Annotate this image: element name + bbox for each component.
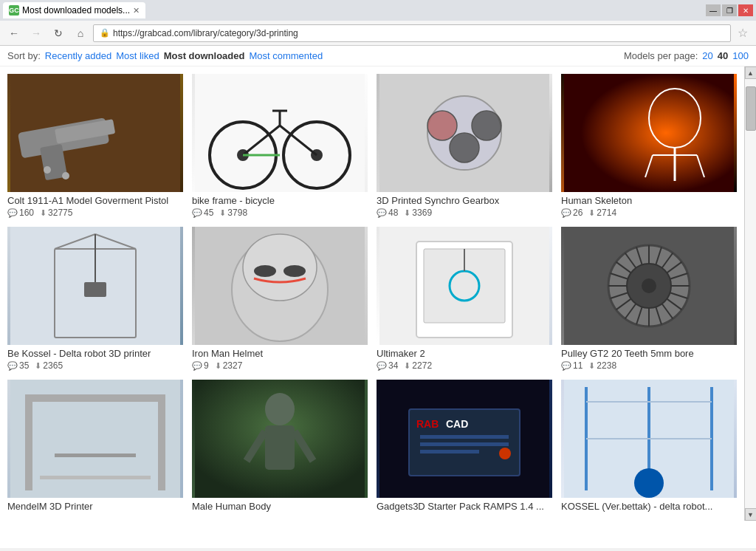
model-card[interactable]: Pulley GT2 20 Teeth 5mm bore💬11⬇2238 bbox=[561, 227, 737, 371]
svg-point-94 bbox=[634, 468, 664, 498]
comment-stat: 💬9 bbox=[192, 360, 209, 371]
download-count: 2365 bbox=[43, 360, 63, 371]
svg-rect-84 bbox=[420, 435, 509, 439]
model-stats: 💬45⬇3798 bbox=[192, 208, 368, 218]
model-title: Colt 1911-A1 Model Goverment Pistol bbox=[7, 195, 183, 206]
reload-button[interactable]: ↻ bbox=[49, 24, 68, 43]
scroll-up-button[interactable]: ▲ bbox=[745, 66, 757, 79]
svg-text:RAB: RAB bbox=[416, 418, 439, 430]
scroll-thumb[interactable] bbox=[746, 86, 756, 131]
download-count: 2714 bbox=[597, 208, 616, 218]
close-button[interactable]: ✕ bbox=[738, 4, 753, 16]
sort-most-liked[interactable]: Most liked bbox=[116, 50, 159, 61]
scroll-track[interactable] bbox=[746, 79, 756, 508]
svg-rect-6 bbox=[195, 74, 365, 192]
url-text: https://grabcad.com/library/category/3d-… bbox=[113, 28, 298, 38]
per-page-40[interactable]: 40 bbox=[718, 50, 728, 61]
back-button[interactable]: ← bbox=[4, 24, 24, 43]
browser-tab[interactable]: GC Most downloaded models... ✕ bbox=[3, 2, 145, 18]
model-title: Ultimaker 2 bbox=[377, 348, 552, 359]
model-title: Gadgets3D Starter Pack RAMPS 1.4 ... bbox=[377, 501, 552, 512]
model-card[interactable]: Male Human Body bbox=[192, 380, 368, 513]
model-title: bike frame - bicycle bbox=[192, 195, 368, 206]
model-image bbox=[192, 227, 368, 345]
model-card[interactable]: bike frame - bicycle💬45⬇3798 bbox=[192, 74, 368, 218]
svg-rect-70 bbox=[158, 394, 165, 490]
model-image bbox=[561, 227, 737, 345]
model-card[interactable]: Ultimaker 2💬34⬇2272 bbox=[377, 227, 552, 371]
comment-count: 9 bbox=[204, 360, 209, 371]
download-count: 3798 bbox=[227, 208, 247, 218]
per-page-label: Models per page: bbox=[624, 50, 698, 61]
svg-point-19 bbox=[472, 111, 501, 140]
svg-rect-73 bbox=[40, 476, 151, 479]
comment-stat: 💬11 bbox=[561, 360, 583, 371]
main-content: Colt 1911-A1 Model Goverment Pistol💬160⬇… bbox=[0, 66, 744, 521]
comment-icon: 💬 bbox=[377, 361, 387, 371]
download-count: 3369 bbox=[412, 208, 432, 218]
sort-most-downloaded[interactable]: Most downloaded bbox=[164, 50, 245, 61]
tab-favicon: GC bbox=[9, 5, 19, 16]
security-icon: 🔒 bbox=[100, 28, 110, 38]
home-button[interactable]: ⌂ bbox=[71, 24, 90, 43]
forward-button[interactable]: → bbox=[27, 24, 46, 43]
address-bar[interactable]: 🔒 https://grabcad.com/library/category/3… bbox=[93, 24, 731, 42]
svg-point-36 bbox=[243, 234, 317, 301]
model-image bbox=[192, 380, 368, 498]
comment-count: 48 bbox=[388, 208, 398, 218]
model-image bbox=[192, 74, 368, 192]
download-count: 32775 bbox=[48, 208, 72, 218]
svg-rect-77 bbox=[265, 425, 295, 470]
model-title: MendelM 3D Printer bbox=[7, 501, 183, 512]
download-count: 2272 bbox=[412, 360, 432, 371]
sort-bar: Sort by: Recently added Most liked Most … bbox=[0, 46, 756, 66]
svg-rect-86 bbox=[420, 450, 479, 454]
comment-icon: 💬 bbox=[7, 208, 18, 218]
maximize-button[interactable]: ❐ bbox=[722, 4, 737, 16]
tab-close-button[interactable]: ✕ bbox=[133, 6, 140, 16]
model-title: Male Human Body bbox=[192, 501, 368, 512]
per-page-100[interactable]: 100 bbox=[732, 50, 749, 61]
comment-count: 35 bbox=[19, 360, 29, 371]
model-card[interactable]: Colt 1911-A1 Model Goverment Pistol💬160⬇… bbox=[7, 74, 183, 218]
comment-count: 11 bbox=[573, 360, 583, 371]
model-image bbox=[7, 380, 183, 498]
sort-most-commented[interactable]: Most commented bbox=[249, 50, 323, 61]
comment-icon: 💬 bbox=[561, 361, 571, 371]
comment-stat: 💬34 bbox=[377, 360, 398, 371]
sort-recently-added[interactable]: Recently added bbox=[45, 50, 111, 61]
model-image bbox=[377, 227, 552, 345]
svg-rect-71 bbox=[25, 394, 165, 402]
svg-rect-22 bbox=[564, 74, 734, 192]
scrollbar[interactable]: ▲ ▼ bbox=[744, 66, 756, 521]
bookmark-icon[interactable]: ☆ bbox=[734, 24, 752, 42]
model-title: Be Kossel - Delta robot 3D printer bbox=[7, 348, 183, 359]
model-title: Human Skeleton bbox=[561, 195, 737, 206]
model-card[interactable]: Be Kossel - Delta robot 3D printer💬35⬇23… bbox=[7, 227, 183, 371]
model-card[interactable]: MendelM 3D Printer bbox=[7, 380, 183, 513]
model-image bbox=[377, 74, 552, 192]
model-card[interactable]: 3D Printed Synchro Gearbox💬48⬇3369 bbox=[377, 74, 552, 218]
per-page-bar: Models per page: 20 40 100 bbox=[624, 50, 749, 61]
model-stats: 💬34⬇2272 bbox=[377, 360, 552, 371]
comment-stat: 💬48 bbox=[377, 208, 398, 218]
comment-stat: 💬160 bbox=[7, 208, 34, 218]
svg-point-38 bbox=[284, 265, 306, 277]
per-page-20[interactable]: 20 bbox=[702, 50, 712, 61]
model-card[interactable]: Human Skeleton💬26⬇2714 bbox=[561, 74, 737, 218]
comment-icon: 💬 bbox=[7, 361, 18, 371]
model-card[interactable]: KOSSEL (Ver.bettak) - delta robot... bbox=[561, 380, 737, 513]
download-stat: ⬇3798 bbox=[219, 208, 247, 218]
download-count: 2327 bbox=[223, 360, 243, 371]
model-stats: 💬48⬇3369 bbox=[377, 208, 552, 218]
model-card[interactable]: Iron Man Helmet💬9⬇2327 bbox=[192, 227, 368, 371]
model-image bbox=[561, 74, 737, 192]
svg-rect-33 bbox=[84, 282, 106, 297]
model-image bbox=[7, 227, 183, 345]
model-stats: 💬9⬇2327 bbox=[192, 360, 368, 371]
svg-point-18 bbox=[427, 111, 457, 140]
model-card[interactable]: RAB CAD Gadgets3D Starter Pack RAMPS 1.4… bbox=[377, 380, 552, 513]
model-stats: 💬11⬇2238 bbox=[561, 360, 737, 371]
scroll-down-button[interactable]: ▼ bbox=[745, 508, 757, 521]
minimize-button[interactable]: — bbox=[706, 4, 721, 16]
